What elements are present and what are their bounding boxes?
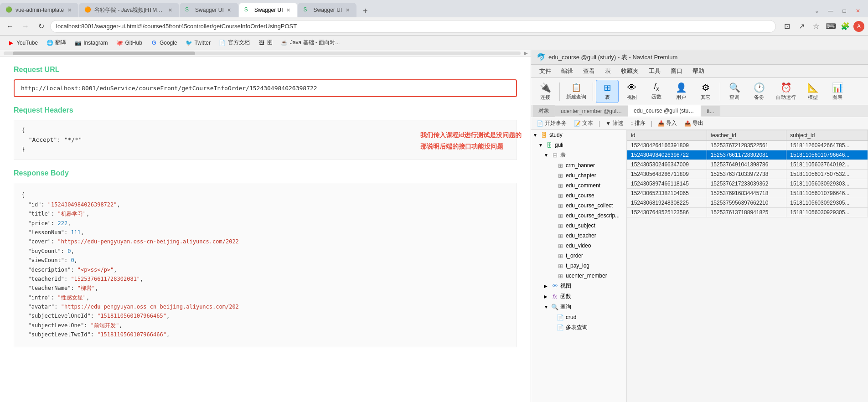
profile-icon[interactable]: A: [853, 21, 864, 32]
tab-swagger-1[interactable]: S Swagger UI ✕: [180, 3, 238, 17]
tool-query[interactable]: 🔍 查询: [723, 80, 746, 103]
new-tab-button[interactable]: +: [359, 5, 372, 17]
tab-favicon-3: S: [185, 6, 192, 14]
share-icon[interactable]: ↗: [795, 20, 808, 33]
table-row-selected[interactable]: 1524304984026398722 1525376611728302081 …: [627, 150, 868, 160]
bookmark-youtube[interactable]: ▶ YouTube: [4, 38, 41, 47]
minimize-button[interactable]: —: [824, 5, 837, 17]
tool-other[interactable]: ⚙ 其它: [694, 80, 717, 103]
menu-help[interactable]: 帮助: [688, 66, 709, 77]
edu-course-collect-label: edu_course_collect: [566, 202, 613, 209]
menu-edit[interactable]: 编辑: [557, 66, 578, 77]
tab-swagger-3[interactable]: S Swagger UI ✕: [298, 3, 356, 17]
tree-item-edu-course-collect[interactable]: ⊞ edu_course_collect: [531, 201, 626, 211]
tool-backup[interactable]: 🕐 备份: [748, 80, 770, 103]
tree-item-ucenter-member[interactable]: ⊞ ucenter_member: [531, 271, 626, 281]
tab-close-1[interactable]: ✕: [66, 6, 73, 14]
table-row[interactable]: 1524305897466118145 1525376217233039362 …: [627, 179, 868, 189]
tool-table[interactable]: ⊞ 表: [596, 80, 619, 103]
table-row[interactable]: 1524307648525123586 1525376137188941825 …: [627, 208, 868, 217]
tool-user[interactable]: 👤 用户: [670, 80, 692, 103]
tab-close-3[interactable]: ✕: [226, 6, 233, 14]
bookmark-official-doc[interactable]: 📄 官方文档: [215, 38, 253, 47]
tree-item-guli[interactable]: ▼ 🗄 guli: [531, 140, 626, 150]
menu-table[interactable]: 表: [600, 66, 615, 77]
cast-icon[interactable]: ⊡: [780, 20, 793, 33]
bookmark-google[interactable]: G Google: [147, 38, 181, 47]
functions-folder-label: 函数: [560, 293, 571, 300]
menu-window[interactable]: 窗口: [666, 66, 687, 77]
tool-function[interactable]: fx 函数: [645, 81, 668, 102]
navicat-tab-tt[interactable]: tt...: [701, 106, 720, 116]
tab-close-5[interactable]: ✕: [344, 6, 351, 14]
tree-item-t-order[interactable]: ⊞ t_order: [531, 251, 626, 261]
menu-tools[interactable]: 工具: [644, 66, 665, 77]
table-row[interactable]: 1524306523382104065 1525376916834445718 …: [627, 189, 868, 198]
tree-item-crm-banner[interactable]: ⊞ crm_banner: [531, 160, 626, 170]
tree-item-edu-teacher[interactable]: ⊞ edu_teacher: [531, 231, 626, 241]
tree-item-queries-folder[interactable]: ▼ 🔍 查询: [531, 302, 626, 312]
tree-item-edu-video[interactable]: ⊞ edu_video: [531, 241, 626, 251]
tree-item-crud[interactable]: 📄 crud: [531, 312, 626, 322]
subtool-begin-transaction[interactable]: 📄 开始事务: [535, 119, 568, 128]
tab-search-button[interactable]: ⌄: [811, 5, 823, 17]
request-url-text: http://localhost:8001/eduService/courseF…: [21, 85, 317, 92]
table-row[interactable]: 1524305302466347009 1525376491041398786 …: [627, 160, 868, 170]
tree-item-edu-chapter[interactable]: ⊞ edu_chapter: [531, 170, 626, 180]
tree-item-functions-folder[interactable]: ▶ fx 函数: [531, 291, 626, 302]
tree-item-edu-subject[interactable]: ⊞ edu_subject: [531, 221, 626, 231]
subtool-filter[interactable]: ▼ 筛选: [604, 119, 625, 128]
bookmark-java[interactable]: ☕ Java 基础 - 面向对...: [277, 38, 343, 47]
bookmark-github[interactable]: 🐙 GitHub: [113, 38, 146, 47]
tab-vue-admin[interactable]: 🟢 vue-admin-template ✕: [0, 3, 78, 17]
address-input[interactable]: localhost:8001/swagger-ui.html#!/course4…: [50, 20, 776, 33]
tree-item-edu-course[interactable]: ⊞ edu_course: [531, 191, 626, 201]
translate-icon[interactable]: ⌨: [824, 20, 837, 33]
horizontal-scrollbar[interactable]: ▶: [0, 50, 531, 57]
bookmark-image[interactable]: 🖼 图: [254, 38, 276, 47]
menu-view[interactable]: 查看: [579, 66, 599, 77]
subtool-export[interactable]: 📤 导出: [682, 119, 705, 128]
tab-guli[interactable]: 🟠 谷粒学院 - Java视频|HTML5视频... ✕: [79, 3, 179, 17]
tree-item-edu-comment[interactable]: ⊞ edu_comment: [531, 180, 626, 191]
tool-chart[interactable]: 📊 图表: [826, 80, 849, 103]
tab-close-2[interactable]: ✕: [166, 6, 174, 14]
tab-close-4[interactable]: ✕: [284, 6, 292, 14]
tool-model[interactable]: 📐 模型: [801, 80, 824, 103]
tool-auto-run[interactable]: ⏰ 自动运行: [772, 80, 800, 103]
bookmark-instagram[interactable]: 📷 Instagram: [71, 38, 111, 47]
tree-item-views-folder[interactable]: ▶ 👁 视图: [531, 281, 626, 291]
bookmark-translate[interactable]: 🌐 翻译: [42, 38, 70, 47]
crud-label: crud: [566, 314, 576, 320]
tool-connect[interactable]: 🔌 连接: [534, 80, 557, 103]
tool-new-query[interactable]: 📋 新建查询: [563, 81, 590, 102]
tree-item-t-pay-log[interactable]: ⊞ t_pay_log: [531, 261, 626, 271]
table-row[interactable]: 1524306819248308225 1525375956397662210 …: [627, 198, 868, 208]
subtool-import[interactable]: 📥 导入: [656, 119, 679, 128]
tab-swagger-2[interactable]: S Swagger UI ✕: [239, 3, 298, 17]
menu-favorites[interactable]: 收藏夹: [616, 66, 643, 77]
subtool-sort[interactable]: ↕ 排序: [629, 119, 647, 128]
subtool-text[interactable]: 📝 文本: [572, 119, 595, 128]
queries-expand-icon: ▼: [544, 304, 549, 309]
menu-file[interactable]: 文件: [535, 66, 556, 77]
table-row[interactable]: 1524305648286711809 1525376371033972738 …: [627, 170, 868, 179]
navicat-tab-edu-course[interactable]: edu_course @guli (study) - 表: [628, 105, 701, 117]
tool-view[interactable]: 👁 视图: [620, 81, 643, 103]
bookmark-youtube-label: YouTube: [16, 40, 38, 46]
reload-button[interactable]: ↻: [35, 20, 47, 33]
bookmark-twitter[interactable]: 🐦 Twitter: [182, 38, 214, 47]
maximize-button[interactable]: □: [838, 5, 851, 17]
forward-button[interactable]: →: [19, 20, 32, 33]
table-row[interactable]: 1524304264166391809 1525376721283522561 …: [627, 141, 868, 150]
tree-item-tables-folder[interactable]: ▼ ⊞ 表: [531, 150, 626, 160]
navicat-tab-ucenter[interactable]: ucenter_member @guli (study)...: [555, 106, 628, 116]
tree-item-multi-table-query[interactable]: 📄 多表查询: [531, 322, 626, 333]
tree-item-edu-course-descrip[interactable]: ⊞ edu_course_descrip...: [531, 211, 626, 221]
tree-item-study[interactable]: ▼ 🗄 study: [531, 130, 626, 140]
back-button[interactable]: ←: [4, 20, 16, 33]
bookmark-icon[interactable]: ☆: [810, 20, 822, 33]
navicat-tab-object[interactable]: 对象: [533, 105, 555, 117]
extensions-icon[interactable]: 🧩: [839, 20, 852, 33]
close-button[interactable]: ✕: [852, 5, 864, 17]
